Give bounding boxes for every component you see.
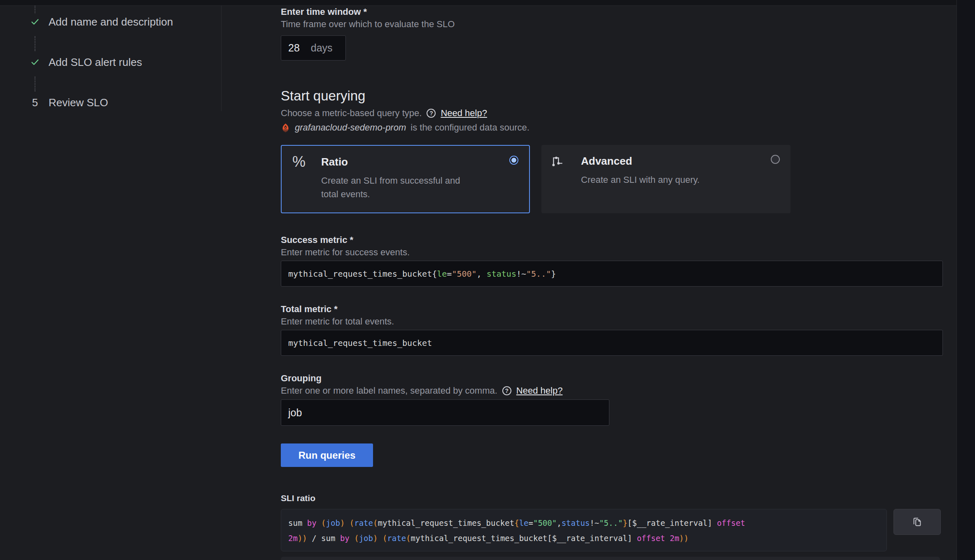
- need-help-link[interactable]: Need help?: [516, 385, 563, 396]
- query-type-card-ratio[interactable]: Ratio Create an SLI from successful and …: [281, 145, 530, 213]
- success-metric-input[interactable]: mythical_request_times_bucket{le="500", …: [281, 261, 943, 287]
- percent-icon: [292, 153, 306, 170]
- page-gutter: [956, 0, 975, 560]
- total-metric-label: Total metric *: [281, 304, 338, 315]
- grouping-description-row: Enter one or more label names, separated…: [281, 385, 562, 396]
- advanced-radio-unselected[interactable]: [771, 155, 780, 164]
- step-number: 5: [30, 96, 40, 109]
- step-review-slo[interactable]: 5 Review SLO: [30, 96, 108, 109]
- grouping-label: Grouping: [281, 373, 322, 384]
- query-type-card-advanced[interactable]: Advanced Create an SLI with any query.: [541, 145, 791, 213]
- copy-button[interactable]: [893, 509, 941, 535]
- query-type-subtitle: Choose a metric-based query type.: [281, 108, 422, 119]
- step-label: Review SLO: [49, 96, 108, 109]
- copy-icon: [912, 516, 923, 527]
- grouping-value: job: [288, 407, 302, 419]
- help-circle-icon[interactable]: [427, 109, 436, 118]
- success-metric-description: Enter metric for success events.: [281, 247, 410, 258]
- card-title: Ratio: [321, 156, 348, 168]
- top-edge: [0, 0, 975, 6]
- time-window-description: Time frame over which to evaluate the SL…: [281, 19, 455, 30]
- grouping-description: Enter one or more label names, separated…: [281, 385, 497, 396]
- help-circle-icon[interactable]: [502, 386, 511, 395]
- sli-ratio-query-line-1: sum by (job) (rate(mythical_request_time…: [288, 516, 879, 531]
- card-title: Advanced: [581, 155, 632, 168]
- sli-ratio-query-line-2: 2m)) / sum by (job) (rate(mythical_reque…: [288, 531, 879, 546]
- stepper-connector: [35, 77, 35, 91]
- prometheus-icon: [281, 123, 290, 133]
- time-window-value: 28: [288, 42, 300, 54]
- datasource-suffix: is the configured data source.: [411, 122, 529, 133]
- grouping-input[interactable]: job: [281, 399, 609, 426]
- step-add-name-description[interactable]: Add name and description: [30, 16, 173, 28]
- need-help-link[interactable]: Need help?: [441, 108, 487, 119]
- slo-wizard-screen: Add name and description Add SLO alert r…: [0, 0, 975, 560]
- step-label: Add SLO alert rules: [49, 56, 142, 69]
- step-add-slo-alert-rules[interactable]: Add SLO alert rules: [30, 56, 142, 68]
- start-querying-title: Start querying: [281, 88, 365, 104]
- stepper-connector: [35, 6, 35, 13]
- datasource-name: grafanacloud-sedemo-prom: [295, 122, 406, 133]
- time-window-label: Enter time window *: [281, 7, 367, 17]
- time-window-input[interactable]: 28 days: [281, 35, 346, 61]
- success-metric-label: Success metric *: [281, 235, 353, 245]
- check-icon: [30, 57, 40, 68]
- step-line-icon: [551, 154, 564, 169]
- stepper-divider: [221, 5, 222, 111]
- total-metric-description: Enter metric for total events.: [281, 316, 394, 327]
- check-icon: [30, 16, 40, 27]
- total-metric-input[interactable]: mythical_request_times_bucket: [281, 330, 943, 356]
- sli-ratio-code-block: sum by (job) (rate(mythical_request_time…: [281, 509, 887, 551]
- stepper-connector: [35, 36, 35, 51]
- run-queries-button[interactable]: Run queries: [281, 443, 373, 467]
- next-section-block: [281, 557, 940, 560]
- query-type-subtitle-row: Choose a metric-based query type. Need h…: [281, 108, 487, 119]
- datasource-row: grafanacloud-sedemo-prom is the configur…: [281, 122, 529, 133]
- card-description: Create an SLI from successful and total …: [321, 174, 474, 201]
- ratio-radio-selected[interactable]: [509, 156, 518, 165]
- step-label: Add name and description: [49, 16, 173, 28]
- time-window-unit: days: [311, 42, 333, 54]
- sli-ratio-label: SLI ratio: [281, 493, 315, 503]
- card-description: Create an SLI with any query.: [581, 173, 774, 187]
